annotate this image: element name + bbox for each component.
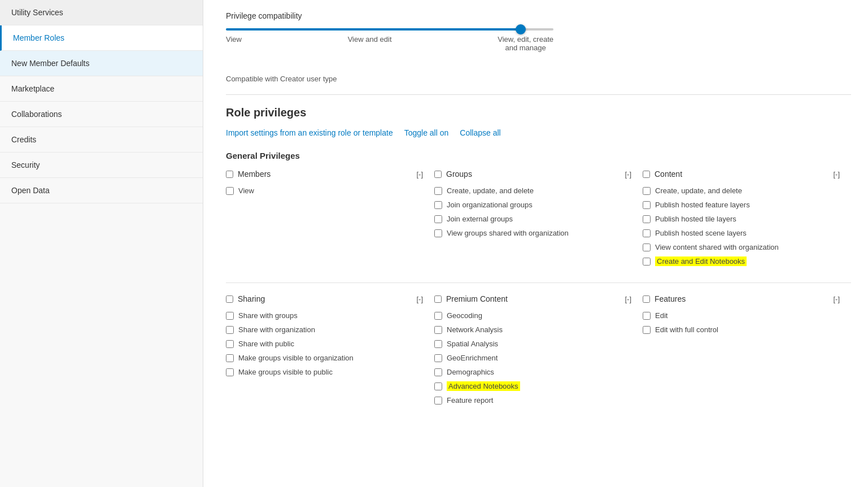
col-members-title: Members [238,169,271,179]
sharing-collapse[interactable]: [-] [416,295,423,303]
premium-collapse[interactable]: [-] [625,295,631,303]
list-item: Publish hosted scene layers [643,229,840,237]
col-members-header: Members [-] [226,169,423,181]
features-items-cb-1[interactable] [643,326,651,334]
col-sharing-title: Sharing [238,294,265,303]
content-checkbox[interactable] [643,171,650,178]
col-features-title: Features [655,294,686,303]
list-item: Demographics [434,368,631,376]
members-collapse[interactable]: [-] [416,170,423,179]
groups-items-label-0: Create, update, and delete [447,186,534,195]
col-members: Members [-] View [226,169,434,271]
premium-items-cb-5[interactable] [434,382,442,390]
content-items-label-5: Create and Edit Notebooks [655,257,747,266]
general-privileges-title: General Privileges [226,151,851,160]
content-collapse[interactable]: [-] [833,170,840,179]
content-items-cb-3[interactable] [643,229,651,237]
import-settings-link[interactable]: Import settings from an existing role or… [226,128,393,137]
features-checkbox[interactable] [643,295,650,303]
features-items-cb-0[interactable] [643,312,651,320]
premium-items-label-4: Demographics [447,368,494,376]
features-collapse[interactable]: [-] [833,295,840,303]
members-view-checkbox[interactable] [226,187,234,195]
list-item: Publish hosted tile layers [643,215,840,223]
premium-items-cb-4[interactable] [434,368,442,376]
premium-items-label-6: Feature report [447,396,493,405]
col-premium-header: Premium Content [-] [434,294,631,306]
content-items-label-0: Create, update, and delete [655,186,742,195]
list-item: Create and Edit Notebooks [643,257,840,266]
slider-container: View View and edit View, edit, createand… [226,28,851,69]
sharing-checkbox[interactable] [226,295,233,303]
content-items-cb-0[interactable] [643,187,651,195]
sharing-items-cb-4[interactable] [226,368,234,376]
premium-items-cb-1[interactable] [434,326,442,334]
col-sharing-header: Sharing [-] [226,294,423,306]
slider-label-view-edit-create: View, edit, createand manage [498,35,553,52]
sidebar-item-security[interactable]: Security [0,153,203,178]
sidebar-item-new-member-defaults[interactable]: New Member Defaults [0,51,203,76]
features-items-label-0: Edit [655,311,668,320]
col-premium-title: Premium Content [446,294,508,303]
sidebar-item-utility-services[interactable]: Utility Services [0,0,203,25]
groups-items-label-3: View groups shared with organization [447,229,569,237]
privileges-actions: Import settings from an existing role or… [226,128,851,137]
groups-items-cb-3[interactable] [434,229,442,237]
groups-items-cb-1[interactable] [434,201,442,209]
premium-items-label-5: Advanced Notebooks [447,382,520,390]
groups-checkbox[interactable] [434,171,442,178]
groups-collapse[interactable]: [-] [625,170,631,179]
slider-label-view-edit: View and edit [348,35,392,52]
list-item: Share with public [226,340,423,348]
collapse-all-link[interactable]: Collapse all [460,128,500,137]
sharing-items-label-4: Make groups visible to public [238,368,333,376]
sharing-items-label-1: Share with organization [238,325,315,334]
content-items-label-4: View content shared with organization [655,243,779,251]
groups-items-cb-2[interactable] [434,215,442,223]
sidebar-item-open-data[interactable]: Open Data [0,178,203,203]
sidebar-item-marketplace[interactable]: Marketplace [0,76,203,102]
content-items-cb-4[interactable] [643,244,651,251]
compat-note: Compatible with Creator user type [226,75,851,83]
premium-items-cb-6[interactable] [434,397,442,405]
content-items: Create, update, and deletePublish hosted… [643,186,840,266]
slider-thumb[interactable] [516,24,526,34]
list-item: Share with organization [226,325,423,334]
list-item: Share with groups [226,311,423,320]
content-items-label-2: Publish hosted tile layers [655,215,736,223]
sidebar-item-collaborations[interactable]: Collaborations [0,102,203,127]
list-item: Edit [643,311,840,320]
priv-columns-row2: Sharing [-] Share with groupsShare with … [226,294,851,410]
sharing-items-cb-1[interactable] [226,326,234,334]
groups-items-label-2: Join external groups [447,215,513,223]
sidebar-item-member-roles[interactable]: Member Roles [0,25,203,51]
premium-items-cb-2[interactable] [434,340,442,348]
premium-items-cb-3[interactable] [434,354,442,362]
groups-items-cb-0[interactable] [434,187,442,195]
list-item: Join organizational groups [434,201,631,209]
toggle-all-on-link[interactable]: Toggle all on [404,128,449,137]
list-item: Make groups visible to public [226,368,423,376]
list-item: Spatial Analysis [434,340,631,348]
premium-checkbox[interactable] [434,295,442,303]
slider-label-view: View [226,35,242,52]
priv-columns-row1: Members [-] View Groups [-] [226,169,851,271]
sharing-items-cb-0[interactable] [226,312,234,320]
content-items-cb-5[interactable] [643,258,651,266]
premium-items-cb-0[interactable] [434,312,442,320]
list-item: Publish hosted feature layers [643,201,840,209]
slider-track [226,28,553,31]
sharing-items-label-2: Share with public [238,340,294,348]
sharing-items-cb-3[interactable] [226,354,234,362]
sidebar-item-credits[interactable]: Credits [0,127,203,153]
content-items-cb-2[interactable] [643,215,651,223]
list-item: Network Analysis [434,325,631,334]
col-premium: Premium Content [-] GeocodingNetwork Ana… [434,294,643,410]
content-items-cb-1[interactable] [643,201,651,209]
sharing-items-cb-2[interactable] [226,340,234,348]
col-groups: Groups [-] Create, update, and deleteJoi… [434,169,643,271]
content-items-label-1: Publish hosted feature layers [655,201,750,209]
members-checkbox[interactable] [226,171,233,178]
content-items-label-3: Publish hosted scene layers [655,229,747,237]
list-item: View groups shared with organization [434,229,631,237]
